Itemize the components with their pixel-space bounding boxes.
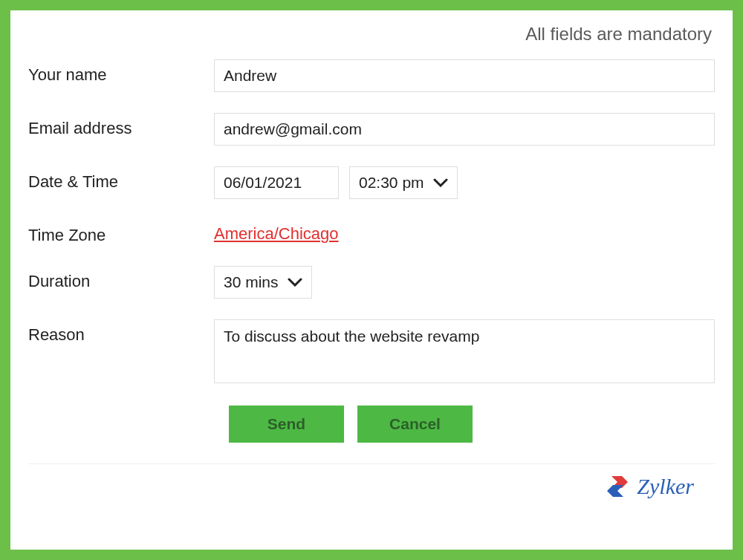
- send-button[interactable]: Send: [229, 406, 344, 443]
- duration-select-value: 30 mins: [224, 273, 279, 291]
- reason-textarea[interactable]: [214, 319, 715, 383]
- brand-logo-icon: [603, 472, 632, 501]
- form-container: All fields are mandatory Your name Email…: [0, 0, 743, 560]
- row-name: Your name: [28, 59, 715, 92]
- label-datetime: Date & Time: [28, 166, 214, 192]
- cancel-button[interactable]: Cancel: [357, 406, 473, 443]
- label-duration: Duration: [28, 266, 214, 291]
- label-timezone: Time Zone: [28, 220, 214, 245]
- brand-footer: Zylker: [28, 464, 715, 501]
- time-select-value: 02:30 pm: [359, 174, 424, 192]
- duration-select[interactable]: 30 mins: [214, 266, 312, 299]
- row-email: Email address: [28, 113, 715, 146]
- email-input[interactable]: [214, 113, 715, 146]
- mandatory-notice: All fields are mandatory: [28, 24, 715, 45]
- row-duration: Duration 30 mins: [28, 266, 715, 299]
- chevron-down-icon: [288, 278, 302, 287]
- row-reason: Reason: [28, 319, 715, 383]
- row-datetime: Date & Time 02:30 pm: [28, 166, 715, 199]
- time-select[interactable]: 02:30 pm: [349, 166, 458, 199]
- timezone-link[interactable]: America/Chicago: [214, 220, 339, 244]
- label-reason: Reason: [28, 319, 214, 345]
- button-row: Send Cancel: [229, 406, 715, 443]
- date-input[interactable]: [214, 166, 339, 199]
- label-name: Your name: [28, 59, 214, 85]
- row-timezone: Time Zone America/Chicago: [28, 220, 715, 245]
- name-input[interactable]: [214, 59, 715, 92]
- label-email: Email address: [28, 113, 214, 138]
- brand-name: Zylker: [637, 474, 694, 499]
- chevron-down-icon: [433, 178, 448, 187]
